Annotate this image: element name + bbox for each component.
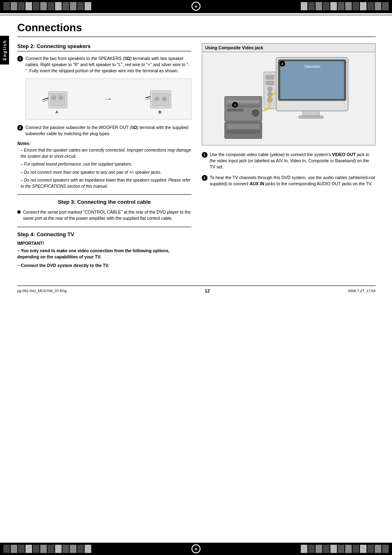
checker-block bbox=[323, 2, 330, 10]
english-tab: English bbox=[0, 36, 9, 64]
item2-text: Connect the passive subwoofer to the WOO… bbox=[25, 124, 191, 137]
svg-rect-24 bbox=[266, 81, 274, 85]
step4-header: Step 4: Connecting TV bbox=[17, 231, 191, 237]
svg-rect-3 bbox=[51, 94, 65, 106]
checker-block bbox=[353, 2, 359, 10]
svg-rect-31 bbox=[227, 109, 243, 111]
speaker-a-label: A bbox=[55, 110, 58, 114]
omega-symbol: Ω bbox=[127, 56, 130, 61]
bottom-right-checker bbox=[301, 545, 389, 553]
right-checker bbox=[301, 2, 389, 10]
bottom-center-reg: + bbox=[93, 544, 299, 553]
checker-block bbox=[382, 2, 389, 10]
tv-diagram-svg: Television bbox=[223, 55, 354, 142]
main-area: English Connections Step 2: Connecting s… bbox=[0, 15, 392, 529]
checker-block bbox=[308, 2, 315, 10]
speaker-b-svg bbox=[145, 83, 174, 110]
composite-item1: 1 Use the composite video cable (yellow)… bbox=[202, 152, 376, 170]
svg-point-25 bbox=[267, 87, 272, 92]
speaker-b-group: B bbox=[145, 83, 174, 114]
checker-block bbox=[48, 2, 54, 10]
step4-item1: – You only need to make one video connec… bbox=[17, 248, 191, 261]
svg-text:2: 2 bbox=[281, 62, 284, 66]
page-title: Connections bbox=[17, 21, 376, 34]
omega2: Ω bbox=[134, 125, 137, 130]
note-item-3: – Do not connect more than one speaker t… bbox=[17, 170, 191, 176]
checker-block bbox=[33, 2, 39, 10]
page-container: + English bbox=[0, 0, 392, 555]
checker-block bbox=[338, 2, 344, 10]
checker-block bbox=[330, 2, 337, 10]
bottom-bar: + bbox=[0, 543, 392, 555]
checker-block bbox=[11, 2, 17, 10]
svg-rect-34 bbox=[227, 124, 260, 129]
svg-point-32 bbox=[252, 110, 259, 116]
composite-title: Using Composite Video jack bbox=[202, 44, 376, 52]
notes-title: Notes: bbox=[17, 141, 191, 146]
checker-block bbox=[345, 2, 352, 10]
composite-item2: 2 To hear the TV channels through this D… bbox=[202, 175, 376, 187]
svg-text:1: 1 bbox=[234, 103, 236, 107]
checker-block bbox=[25, 2, 32, 10]
composite-num2: 2 bbox=[202, 175, 208, 181]
checker-block bbox=[316, 2, 322, 10]
checker-block bbox=[18, 2, 25, 10]
step4-important: IMPORTANT! bbox=[17, 241, 191, 246]
speaker-illustration: A → bbox=[25, 78, 191, 120]
checker-block bbox=[77, 2, 84, 10]
video-out-bold: VIDEO OUT bbox=[332, 152, 356, 157]
content-wrapper: Connections Step 2: Connecting speakers … bbox=[9, 15, 392, 529]
note-item-4: – Do not connect speakers with an impeda… bbox=[17, 177, 191, 189]
composite-box: Using Composite Video jack bbox=[202, 43, 376, 145]
step2-header: Step 2: Connecting speakers bbox=[17, 43, 191, 51]
composite-num1: 1 bbox=[202, 152, 208, 158]
step3-bullet bbox=[17, 210, 21, 214]
composite-text1: Use the composite video cable (yellow) t… bbox=[210, 152, 376, 170]
speaker-a-group: A bbox=[42, 83, 71, 114]
step3-divider bbox=[17, 194, 191, 195]
step4-divider bbox=[17, 227, 191, 227]
speaker-b-label: B bbox=[159, 110, 161, 114]
svg-rect-29 bbox=[227, 100, 260, 103]
checker-block bbox=[62, 2, 69, 10]
footer-left: pg 001-041_MCD709_37-Eng bbox=[17, 289, 67, 293]
svg-line-8 bbox=[145, 97, 150, 98]
step3-header: Step 3: Connecting the control cable bbox=[17, 199, 191, 205]
left-column: Step 2: Connecting speakers 1 Connect th… bbox=[17, 43, 191, 269]
reg-mark-top: + bbox=[191, 2, 201, 11]
top-bar: + bbox=[0, 0, 392, 12]
step3-text: Connect the serial port marked "CONTROL … bbox=[23, 209, 191, 221]
item1-number: 1 bbox=[17, 56, 23, 62]
reg-mark-bottom: + bbox=[191, 544, 201, 553]
page-number: 12 bbox=[205, 288, 210, 293]
step2-item2: 2 Connect the passive subwoofer to the W… bbox=[17, 124, 191, 137]
checker-block bbox=[70, 2, 76, 10]
checker-block bbox=[3, 2, 10, 10]
page-title-section: Connections bbox=[17, 21, 376, 37]
composite-text2: To hear the TV channels through this DVD… bbox=[210, 175, 376, 187]
arrow-symbol: → bbox=[104, 94, 113, 104]
speaker-a-svg bbox=[42, 83, 71, 110]
checker-block bbox=[55, 2, 62, 10]
center-reg: + bbox=[93, 2, 299, 11]
checker-block bbox=[367, 2, 374, 10]
checker-block bbox=[360, 2, 367, 10]
checker-block bbox=[40, 2, 47, 10]
checker-block bbox=[301, 2, 307, 10]
footer-right: 2006.7.27, 17:03 bbox=[348, 289, 376, 293]
two-col-layout: Step 2: Connecting speakers 1 Connect th… bbox=[17, 43, 376, 269]
svg-rect-30 bbox=[227, 105, 260, 107]
svg-rect-23 bbox=[266, 75, 274, 79]
note-item-2: – For optimal sound performance, use the… bbox=[17, 161, 191, 168]
page-footer: pg 001-041_MCD709_37-Eng 12 2006.7.27, 1… bbox=[17, 286, 376, 293]
step2-item1: 1 Connect the two front speakers to the … bbox=[17, 55, 191, 74]
checker-block bbox=[85, 2, 91, 10]
bottom-left-checker bbox=[3, 545, 91, 553]
note-item-1: – Ensure that the speaker cables are cor… bbox=[17, 147, 191, 159]
item2-number: 2 bbox=[17, 125, 23, 131]
svg-line-9 bbox=[145, 98, 150, 100]
tv-illustration-area: Television bbox=[202, 52, 376, 145]
right-column: Using Composite Video jack bbox=[202, 43, 376, 269]
svg-rect-35 bbox=[227, 130, 260, 134]
step3-item: Connect the serial port marked "CONTROL … bbox=[17, 209, 191, 221]
